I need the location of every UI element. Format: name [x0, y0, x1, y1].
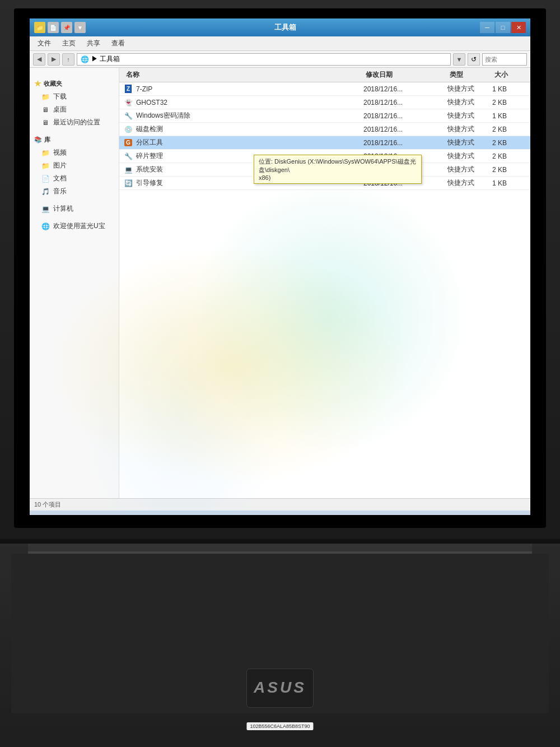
refresh-button[interactable]: ↺	[468, 53, 480, 66]
file-name: 💿 磁盘检测	[124, 124, 363, 134]
col-size[interactable]: 大小	[492, 70, 526, 80]
pictures-label: 图片	[53, 161, 67, 170]
favorites-label: 收藏夹	[44, 80, 62, 88]
up-button[interactable]: ↑	[62, 53, 74, 66]
pictures-icon: 📁	[41, 161, 50, 170]
down-icon: ▼	[74, 22, 86, 33]
file-icon: 🔄	[124, 179, 133, 188]
status-bar: 10 个项目	[30, 498, 530, 511]
video-label: 视频	[53, 148, 67, 157]
table-row[interactable]: 🔧 Windows密码清除 2018/12/16... 快捷方式 1 KB	[119, 109, 530, 123]
file-name: Z 7-ZIP	[124, 85, 363, 94]
file-name: G 分区工具	[124, 138, 363, 147]
network-icon: 🌐	[41, 222, 50, 231]
title-bar-icons: 📁 📄 📌 ▼	[34, 22, 86, 33]
file-tooltip: 位置: DiskGenius (X:\Windows\SysWOW64\APPS…	[254, 155, 422, 184]
file-icon: Z	[124, 85, 133, 94]
maximize-button[interactable]: □	[496, 22, 510, 33]
minimize-button[interactable]: ─	[480, 22, 494, 33]
recent-label: 最近访问的位置	[53, 118, 100, 127]
welcome-section: 🌐 欢迎使用蓝光U宝	[30, 220, 119, 233]
video-icon: 📁	[41, 149, 50, 157]
table-row[interactable]: Z 7-ZIP 2018/12/16... 快捷方式 1 KB	[119, 82, 530, 96]
desktop-icon: 🖥	[41, 105, 50, 114]
library-label: 库	[44, 136, 50, 144]
computer-icon: 💻	[41, 205, 50, 214]
sidebar-item-computer[interactable]: 💻 计算机	[30, 202, 119, 215]
download-folder-icon: 📁	[41, 92, 50, 101]
menu-file[interactable]: 文件	[32, 38, 57, 49]
col-modified[interactable]: 修改日期	[363, 70, 447, 80]
music-label: 音乐	[53, 187, 67, 196]
file-list: 名称 修改日期 类型 大小 Z 7-ZIP 2018/12/16... 快捷方式…	[119, 68, 530, 498]
folder-icon: 📁	[34, 22, 45, 33]
menu-share[interactable]: 共享	[81, 38, 106, 49]
file-icon: 💻	[124, 165, 133, 174]
file-name: 👻 GHOST32	[124, 98, 363, 107]
laptop-body: ASUS 102B556C6ALA85B8ST90	[0, 544, 560, 747]
column-headers: 名称 修改日期 类型 大小	[119, 68, 530, 82]
col-name[interactable]: 名称	[124, 70, 363, 80]
table-row[interactable]: 👻 GHOST32 2018/12/16... 快捷方式 2 KB	[119, 96, 530, 109]
favorites-section: ★ 收藏夹 📁 下载 🖥 桌面 🖥 最近访	[30, 77, 119, 129]
welcome-label: 欢迎使用蓝光U宝	[53, 221, 105, 231]
screen-bezel: 📁 📄 📌 ▼ 工具箱 ─ □ ✕ 文件 主页 共享 查看	[14, 8, 546, 528]
address-input[interactable]: 🌐 ▶ 工具箱	[77, 53, 451, 66]
sidebar: ★ 收藏夹 📁 下载 🖥 桌面 🖥 最近访	[30, 68, 119, 498]
sidebar-item-download[interactable]: 📁 下载	[30, 90, 119, 103]
close-button[interactable]: ✕	[511, 22, 526, 33]
file-icon: 🔧	[124, 152, 133, 161]
brand-logo: ASUS	[254, 679, 306, 697]
recent-icon: 🖥	[41, 118, 50, 127]
library-icon: 📚	[34, 136, 42, 143]
new-folder-icon: 📄	[48, 22, 59, 33]
screen: 📁 📄 📌 ▼ 工具箱 ─ □ ✕ 文件 主页 共享 查看	[30, 18, 530, 515]
table-row[interactable]: G 分区工具 2018/12/16... 快捷方式 2 KB	[119, 136, 530, 150]
dropdown-button[interactable]: ▼	[453, 53, 465, 66]
sidebar-item-desktop[interactable]: 🖥 桌面	[30, 103, 119, 116]
file-icon: 💿	[124, 125, 133, 134]
tooltip-line2: x86)	[259, 174, 417, 181]
sidebar-item-documents[interactable]: 📄 文档	[30, 172, 119, 185]
status-text: 10 个项目	[34, 500, 61, 509]
download-label: 下载	[53, 92, 67, 101]
star-icon: ★	[34, 79, 41, 88]
address-bar: ◀ ▶ ↑ 🌐 ▶ 工具箱 ▼ ↺	[30, 51, 530, 68]
sidebar-item-welcome[interactable]: 🌐 欢迎使用蓝光U宝	[30, 220, 119, 233]
sidebar-item-video[interactable]: 📁 视频	[30, 146, 119, 159]
file-name: 🔧 Windows密码清除	[124, 111, 363, 120]
sidebar-item-recent[interactable]: 🖥 最近访问的位置	[30, 116, 119, 129]
file-icon: 🔧	[124, 112, 133, 120]
file-icon: 👻	[124, 98, 133, 107]
menu-bar: 文件 主页 共享 查看	[30, 36, 530, 51]
favorites-header: ★ 收藏夹	[30, 77, 119, 90]
search-input[interactable]	[482, 53, 527, 66]
window-controls: ─ □ ✕	[480, 22, 526, 33]
serial-number: 102B556C6ALA85B8ST90	[246, 722, 313, 730]
address-path: ▶ 工具箱	[91, 54, 120, 64]
laptop-hinge	[28, 544, 532, 554]
tooltip-line1: 位置: DiskGenius (X:\Windows\SysWOW64\APPS…	[259, 157, 417, 174]
file-icon: G	[124, 138, 133, 147]
main-content: ★ 收藏夹 📁 下载 🖥 桌面 🖥 最近访	[30, 68, 530, 498]
laptop-frame: 📁 📄 📌 ▼ 工具箱 ─ □ ✕ 文件 主页 共享 查看	[0, 0, 560, 544]
library-section: 📚 库 📁 视频 📁 图片 📄 文档	[30, 133, 119, 198]
documents-icon: 📄	[41, 174, 50, 183]
documents-label: 文档	[53, 174, 67, 183]
library-header: 📚 库	[30, 133, 119, 146]
forward-button[interactable]: ▶	[48, 53, 60, 66]
music-icon: 🎵	[41, 187, 50, 196]
title-bar: 📁 📄 📌 ▼ 工具箱 ─ □ ✕	[30, 18, 530, 36]
menu-home[interactable]: 主页	[57, 38, 81, 49]
sidebar-item-pictures[interactable]: 📁 图片	[30, 159, 119, 172]
computer-label: 计算机	[53, 204, 73, 214]
pin-icon: 📌	[61, 22, 72, 33]
table-row[interactable]: 💿 磁盘检测 2018/12/16... 快捷方式 2 KB	[119, 123, 530, 136]
col-type[interactable]: 类型	[447, 70, 492, 80]
desktop-label: 桌面	[53, 105, 67, 114]
menu-view[interactable]: 查看	[106, 38, 130, 49]
window-title: 工具箱	[90, 22, 480, 33]
sidebar-item-music[interactable]: 🎵 音乐	[30, 185, 119, 198]
back-button[interactable]: ◀	[33, 53, 45, 66]
computer-section: 💻 计算机	[30, 202, 119, 215]
